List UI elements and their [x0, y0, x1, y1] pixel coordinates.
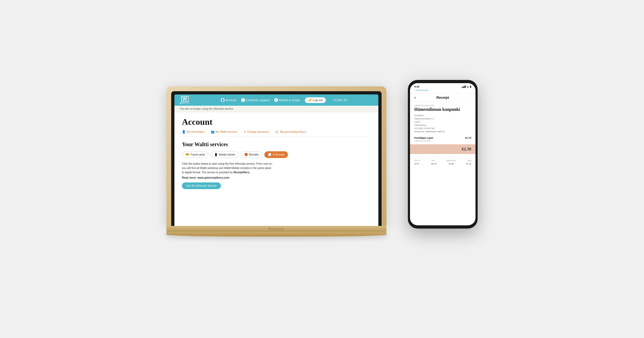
tax-header: VAT-% VAT Without tax Total: [414, 160, 471, 161]
notice-bar: You are no longer using the eReceipt ser…: [174, 106, 378, 112]
tax-values: 10 % €0.15 €1.55 €1.70: [414, 163, 471, 165]
account-nav: 👤 My information 👥 My Waltti services ✳ …: [182, 130, 371, 137]
signal-bar-1: [462, 87, 463, 88]
logout-button[interactable]: 🔑 Log out: [305, 97, 326, 103]
tax-header-vat: VAT: [431, 160, 435, 161]
tab-benefits[interactable]: 🎁 Benefits: [241, 151, 262, 158]
waltti-logo: W WALTTI: [180, 96, 190, 104]
nav-account-label: Account: [226, 98, 236, 102]
wifi-icon: ▲: [467, 85, 469, 88]
macbook-label: MacBook: [268, 226, 284, 232]
status-bar: 9:18 ▲ ▮: [410, 83, 475, 89]
nav-bar: W WALTTI 👤 Account i Customer support: [174, 94, 378, 106]
read-more-label: Read more:: [182, 176, 197, 179]
nav-purchasing-history[interactable]: 🛒 My purchasing history: [275, 130, 306, 134]
receipt-date: 2/17/2022, 8:18:07 AM: [414, 127, 471, 130]
item-sub: 1 KPL €1.70 / KPL: [414, 140, 471, 142]
shop-name: Hämeenlinnan kaupunki: [414, 107, 471, 112]
tax-header-total: Total: [467, 160, 471, 161]
ereceipt-description: Click the button below to start using th…: [182, 162, 273, 175]
nav-history-label: My purchasing history: [280, 130, 306, 133]
laptop-stand: [166, 232, 386, 237]
total-amount: €1.70: [462, 147, 471, 151]
tax-without: €1.55: [449, 163, 454, 165]
signal-bar-2: [463, 86, 464, 88]
signal-bar-3: [464, 86, 465, 88]
address-line3: 13100: [414, 120, 471, 124]
tab-ereceipt[interactable]: 🧾 E-Receipt: [264, 151, 288, 158]
gift-icon: 🎁: [244, 153, 248, 156]
card-icon: 💳: [185, 153, 189, 156]
receipt-icon: 🧾: [268, 153, 272, 156]
nav-change-password[interactable]: ✳ Change password: [244, 130, 269, 134]
receipt-details: 3148309-4 Raatihuoneenkatu 9-1 13100 Häm…: [414, 114, 471, 133]
read-more-url[interactable]: www.getreceipthero.com: [197, 176, 229, 179]
nav-waltti-services[interactable]: 👥 My Waltti services: [211, 130, 237, 134]
language-options: FI | EN | SV: [333, 99, 347, 102]
asterisk-icon: ✳: [244, 130, 246, 134]
tax-header-without: Without tax: [446, 160, 456, 161]
key-icon: 🔑: [308, 98, 312, 102]
address-line4: Hämeenlinna: [414, 124, 471, 127]
tab-benefits-label: Benefits: [249, 153, 259, 156]
tab-travel-cards[interactable]: 💳 Travel cards: [182, 151, 208, 158]
page-title: Account: [182, 117, 371, 127]
scene: W WALTTI 👤 Account i Customer support: [166, 80, 478, 258]
phone-body: 9:18 ▲ ▮ ‹ Waltti Mo: [408, 80, 478, 229]
nav-my-info-label: My information: [187, 130, 204, 133]
tab-travel-label: Travel cards: [190, 153, 205, 156]
section-title: Your Waltti services: [182, 141, 371, 148]
laptop-bezel: W WALTTI 👤 Account i Customer support: [171, 91, 382, 226]
phone-sub-status: ‹ Waltti Mobiili: [410, 89, 475, 93]
ereceipt-content: Click the button below to start using th…: [182, 162, 273, 175]
receipt-header: ‹ Receipt: [410, 93, 475, 101]
receipt-title: Receipt: [437, 95, 449, 100]
nav-links: 👤 Account i Customer support 🛒 Basket is…: [195, 97, 373, 103]
address-line2: Raatihuoneenkatu 9-1: [414, 117, 471, 120]
laptop-screen: W WALTTI 👤 Account i Customer support: [174, 94, 378, 226]
nav-support[interactable]: i Customer support: [241, 98, 269, 102]
nav-password-label: Change password: [247, 130, 269, 133]
receipt-divider: [414, 157, 471, 157]
language-switcher[interactable]: FI | EN | SV: [333, 99, 347, 102]
receipt-body: HÄMEENLINNAINNA Hämeenlinnan kaupunki 31…: [410, 101, 475, 169]
laptop-content: Account 👤 My information 👥 My Waltti ser…: [174, 112, 378, 194]
item-name: Kertalippu Lapsi: [414, 137, 433, 139]
info-icon: i: [241, 98, 245, 102]
signal-bars: [462, 85, 466, 88]
use-service-button[interactable]: Use the eReceipt Service: [182, 182, 221, 189]
phone: 9:18 ▲ ▮ ‹ Waltti Mo: [408, 80, 478, 229]
tax-header-pct: VAT-%: [414, 160, 420, 161]
laptop: W WALTTI 👤 Account i Customer support: [166, 86, 386, 237]
users-icon: 👥: [211, 130, 215, 134]
signal-bar-4: [465, 85, 466, 88]
person-small-icon: 👤: [182, 130, 186, 134]
address-line1: 3148309-4: [414, 114, 471, 117]
tax-total: €1.70: [466, 163, 471, 165]
nav-account[interactable]: 👤 Account: [221, 98, 236, 102]
back-button[interactable]: ‹: [414, 95, 416, 100]
shop-label: HÄMEENLINNAINNA: [414, 105, 471, 106]
receipt-item-row: Kertalippu Lapsi €1.70: [414, 137, 471, 139]
nav-basket-label: Basket is empty: [279, 98, 300, 102]
read-more: Read more: www.getreceipthero.com: [182, 176, 371, 179]
notice-text: You are no longer using the eReceipt ser…: [180, 107, 234, 110]
tab-mobile-tickets[interactable]: 📱 Mobile tickets: [211, 151, 239, 158]
laptop-body: W WALTTI 👤 Account i Customer support: [166, 86, 386, 226]
total-bar: €1.70: [410, 144, 475, 154]
tab-mobile-label: Mobile tickets: [219, 153, 235, 156]
person-icon: 👤: [221, 98, 225, 102]
shopping-icon: 🛒: [275, 130, 279, 134]
service-tabs: 💳 Travel cards 📱 Mobile tickets 🎁 Benefi…: [182, 151, 371, 158]
basket-icon: 🛒: [274, 98, 278, 102]
status-right: ▲ ▮: [462, 85, 471, 88]
nav-basket[interactable]: 🛒 Basket is empty: [274, 98, 300, 102]
logo-letter: W: [181, 96, 189, 102]
receipt-no: Receipt No: affiliateorder-4465712: [414, 130, 471, 133]
logo-text: WALTTI: [180, 102, 190, 104]
battery-icon: ▮: [470, 85, 471, 88]
tab-ereceipt-label: E-Receipt: [273, 153, 284, 156]
logout-label: Log out: [313, 98, 323, 102]
nav-my-information[interactable]: 👤 My information: [182, 130, 204, 134]
tax-pct: 10 %: [414, 163, 419, 165]
